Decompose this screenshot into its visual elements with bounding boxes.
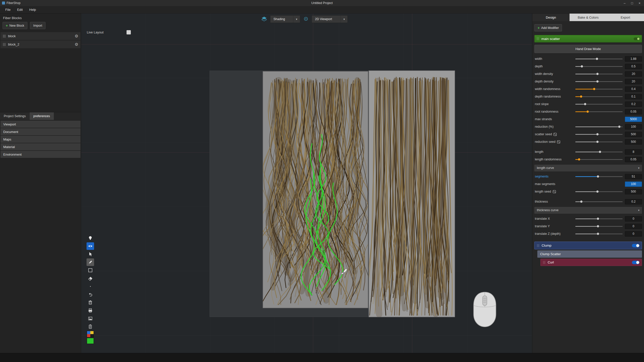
slider-handle[interactable]: [618, 126, 620, 128]
slider-width-randomness[interactable]: [575, 85, 623, 93]
pref-item-maps[interactable]: Maps: [1, 136, 80, 143]
slider-depth-density[interactable]: [575, 78, 623, 85]
slider-translate-y[interactable]: [575, 222, 623, 230]
rectangle-tool[interactable]: [87, 266, 94, 274]
live-layout-checkbox[interactable]: [127, 30, 131, 34]
drag-handle-icon[interactable]: [543, 261, 545, 264]
slider-length-randomness[interactable]: [575, 156, 623, 163]
pref-item-environment[interactable]: Environment: [1, 151, 80, 158]
modifier-header-curl[interactable]: Curl: [540, 259, 642, 266]
slider-handle[interactable]: [596, 80, 599, 83]
close-button[interactable]: ×: [638, 1, 640, 5]
printer-tool[interactable]: [87, 307, 94, 314]
swatch-black[interactable]: [90, 334, 94, 337]
slider-handle[interactable]: [596, 58, 598, 60]
viewport-2d[interactable]: Shading ▾ 2D Viewport ▾ Live Layout: [81, 14, 532, 353]
modifier-header-clump-scatter[interactable]: Clump Scatter: [537, 250, 642, 258]
slider-handle[interactable]: [584, 103, 586, 105]
value-translate-z-depth[interactable]: 0: [625, 231, 642, 237]
slider-handle[interactable]: [580, 96, 582, 98]
value-max-strands[interactable]: 5000: [625, 117, 642, 122]
drag-handle-icon[interactable]: [3, 43, 6, 46]
value-reduction-seed[interactable]: 500: [625, 139, 642, 145]
slider-reduction[interactable]: [575, 123, 623, 130]
value-length-randomness[interactable]: 0.05: [625, 157, 642, 162]
slider-handle[interactable]: [596, 141, 599, 143]
slider-handle[interactable]: [580, 201, 583, 203]
slider-handle[interactable]: [597, 225, 599, 228]
value-depth-density[interactable]: 20: [625, 79, 642, 84]
swatch-blue[interactable]: [87, 331, 90, 334]
slider-root-slope[interactable]: [575, 100, 623, 108]
swatch-yellow[interactable]: [90, 331, 94, 334]
slider-scatter-seed[interactable]: [575, 130, 623, 138]
slider-depth-randomness[interactable]: [575, 93, 623, 100]
select-tool[interactable]: [87, 250, 94, 258]
fiber-block-row[interactable]: block_2 ⚙: [1, 40, 80, 48]
slider-handle[interactable]: [597, 175, 599, 178]
drag-handle-icon[interactable]: [537, 37, 539, 40]
dot-tool[interactable]: [87, 283, 94, 290]
drag-handle-icon[interactable]: [537, 244, 539, 247]
light-tool[interactable]: [87, 234, 94, 242]
slider-handle[interactable]: [596, 133, 599, 135]
slider-translate-x[interactable]: [575, 215, 623, 222]
value-segments[interactable]: 51: [625, 174, 642, 179]
gear-icon[interactable]: ⚙: [75, 42, 78, 47]
slider-handle[interactable]: [599, 151, 601, 153]
slider-track[interactable]: [575, 159, 623, 160]
add-modifier-button[interactable]: + Add Modifier: [534, 24, 562, 31]
modifier-header-main-scatter[interactable]: main scatter: [534, 35, 642, 42]
slider-width-density[interactable]: [575, 70, 623, 78]
eraser-tool[interactable]: [87, 275, 94, 282]
clipboard-tool[interactable]: [87, 323, 94, 330]
new-block-button[interactable]: +New Block: [3, 22, 27, 29]
slider-root-randomness[interactable]: [575, 108, 623, 115]
pref-item-viewport[interactable]: Viewport: [1, 121, 80, 128]
slider-handle[interactable]: [593, 88, 595, 90]
fiber-block-row[interactable]: block ⚙: [1, 32, 80, 40]
value-thickness[interactable]: 0.2: [625, 199, 642, 204]
curl-toggle[interactable]: [632, 261, 639, 264]
slider-handle[interactable]: [581, 65, 583, 68]
color-swatches[interactable]: [87, 331, 94, 337]
dropdown-thickness-curve[interactable]: thickness curve▾: [534, 207, 642, 214]
menu-file[interactable]: File: [2, 6, 14, 14]
slider-translate-z-depth[interactable]: [575, 230, 623, 238]
dropdown-length-curve[interactable]: length curve▾: [534, 165, 642, 171]
swatch-red[interactable]: [87, 334, 90, 337]
pref-item-document[interactable]: Document: [1, 128, 80, 135]
slider-width[interactable]: [575, 55, 623, 63]
menu-edit[interactable]: Edit: [14, 6, 26, 14]
value-depth[interactable]: 0.5: [625, 64, 642, 69]
draw-tool[interactable]: [87, 258, 94, 266]
value-root-slope[interactable]: 0.2: [625, 102, 642, 107]
active-color-swatch[interactable]: [87, 338, 94, 344]
shading-dropdown[interactable]: Shading ▾: [270, 15, 300, 23]
pref-item-material[interactable]: Material: [1, 143, 80, 150]
value-length[interactable]: 8: [625, 149, 642, 155]
value-reduction[interactable]: 100: [625, 124, 642, 129]
value-width[interactable]: 1.88: [625, 56, 642, 62]
dice-icon[interactable]: [553, 133, 557, 136]
dice-icon[interactable]: [553, 190, 556, 193]
value-translate-x[interactable]: 0: [625, 216, 642, 221]
slider-length-seed[interactable]: [575, 188, 623, 195]
modifier-header-clump[interactable]: Clump: [534, 242, 642, 249]
tab-project-settings[interactable]: Project Settings: [0, 112, 30, 120]
value-scatter-seed[interactable]: 500: [625, 132, 642, 137]
menu-help[interactable]: Help: [26, 6, 39, 14]
slider-depth[interactable]: [575, 63, 623, 70]
undo-tool[interactable]: [87, 291, 94, 298]
value-max-segments[interactable]: 100: [625, 182, 642, 187]
slider-handle[interactable]: [597, 218, 599, 220]
view-tool[interactable]: [87, 242, 94, 250]
tab-preferences[interactable]: preferences: [30, 112, 54, 120]
hand-draw-mode-button[interactable]: Hand Draw Mode: [534, 45, 642, 53]
modifier-toggle[interactable]: [634, 37, 640, 40]
tab-design[interactable]: Design: [532, 14, 570, 21]
drag-handle-icon[interactable]: [3, 34, 6, 38]
tab-export[interactable]: Export: [607, 14, 644, 21]
slider-track[interactable]: [575, 96, 623, 97]
clump-toggle[interactable]: [632, 244, 639, 247]
